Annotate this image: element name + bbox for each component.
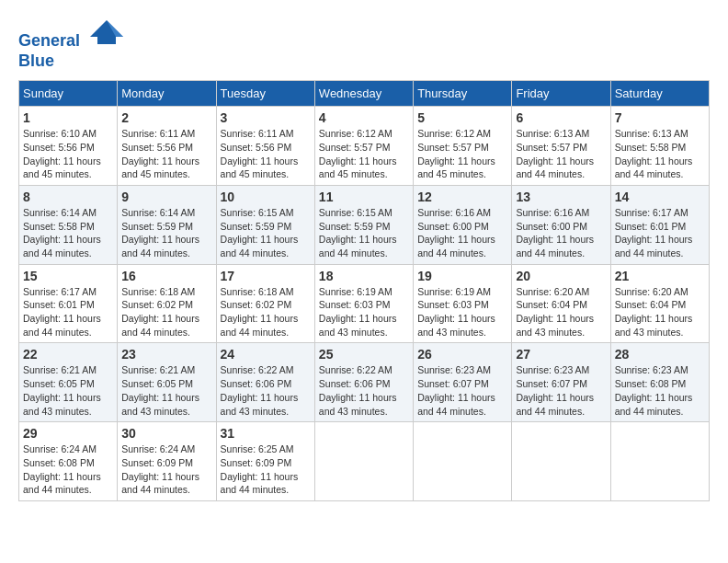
calendar-cell: 5Sunrise: 6:12 AM Sunset: 5:57 PM Daylig… — [414, 107, 512, 186]
day-number: 21 — [615, 269, 705, 283]
calendar-cell: 2Sunrise: 6:11 AM Sunset: 5:56 PM Daylig… — [118, 107, 216, 186]
calendar-cell: 26Sunrise: 6:23 AM Sunset: 6:07 PM Dayli… — [414, 343, 512, 422]
weekday-header-thursday: Thursday — [414, 81, 512, 107]
calendar-cell: 7Sunrise: 6:13 AM Sunset: 5:58 PM Daylig… — [610, 107, 709, 186]
logo-icon — [88, 18, 125, 46]
day-info: Sunrise: 6:14 AM Sunset: 5:58 PM Dayligh… — [23, 206, 113, 260]
day-number: 23 — [121, 347, 211, 362]
day-info: Sunrise: 6:19 AM Sunset: 6:03 PM Dayligh… — [319, 285, 409, 339]
page-header: General Blue — [18, 18, 710, 71]
day-number: 4 — [319, 110, 409, 125]
day-number: 1 — [23, 110, 113, 125]
day-number: 31 — [221, 426, 311, 441]
day-info: Sunrise: 6:25 AM Sunset: 6:09 PM Dayligh… — [221, 442, 311, 497]
calendar-cell: 24Sunrise: 6:22 AM Sunset: 6:06 PM Dayli… — [216, 343, 314, 422]
day-info: Sunrise: 6:11 AM Sunset: 5:56 PM Dayligh… — [121, 127, 211, 181]
day-info: Sunrise: 6:21 AM Sunset: 6:05 PM Dayligh… — [23, 363, 113, 418]
day-number: 26 — [417, 347, 507, 362]
day-info: Sunrise: 6:21 AM Sunset: 6:05 PM Dayligh… — [121, 363, 211, 418]
calendar-cell: 18Sunrise: 6:19 AM Sunset: 6:03 PM Dayli… — [314, 264, 413, 343]
weekday-header-saturday: Saturday — [610, 81, 709, 107]
calendar-cell: 31Sunrise: 6:25 AM Sunset: 6:09 PM Dayli… — [216, 422, 314, 501]
calendar-table: SundayMondayTuesdayWednesdayThursdayFrid… — [18, 80, 710, 501]
day-number: 3 — [221, 110, 311, 125]
calendar-cell: 6Sunrise: 6:13 AM Sunset: 5:57 PM Daylig… — [512, 107, 610, 186]
day-info: Sunrise: 6:10 AM Sunset: 5:56 PM Dayligh… — [23, 127, 113, 181]
day-number: 18 — [319, 269, 409, 283]
calendar-cell: 14Sunrise: 6:17 AM Sunset: 6:01 PM Dayli… — [610, 185, 709, 264]
day-info: Sunrise: 6:22 AM Sunset: 6:06 PM Dayligh… — [319, 363, 409, 418]
calendar-cell: 1Sunrise: 6:10 AM Sunset: 5:56 PM Daylig… — [19, 107, 118, 186]
calendar-week-5: 29Sunrise: 6:24 AM Sunset: 6:08 PM Dayli… — [19, 422, 710, 501]
day-number: 22 — [23, 347, 113, 362]
day-info: Sunrise: 6:19 AM Sunset: 6:03 PM Dayligh… — [417, 285, 507, 339]
day-number: 19 — [417, 269, 507, 283]
day-info: Sunrise: 6:20 AM Sunset: 6:04 PM Dayligh… — [615, 285, 705, 339]
calendar-week-1: 1Sunrise: 6:10 AM Sunset: 5:56 PM Daylig… — [19, 107, 710, 186]
day-number: 2 — [121, 110, 211, 125]
calendar-cell: 27Sunrise: 6:23 AM Sunset: 6:07 PM Dayli… — [512, 343, 610, 422]
weekday-header-wednesday: Wednesday — [314, 81, 413, 107]
calendar-cell: 20Sunrise: 6:20 AM Sunset: 6:04 PM Dayli… — [512, 264, 610, 343]
logo: General Blue — [18, 18, 125, 71]
weekday-header-sunday: Sunday — [19, 81, 118, 107]
day-number: 11 — [319, 190, 409, 204]
day-info: Sunrise: 6:15 AM Sunset: 5:59 PM Dayligh… — [319, 206, 409, 260]
logo-text: General — [18, 18, 125, 52]
day-info: Sunrise: 6:23 AM Sunset: 6:08 PM Dayligh… — [615, 363, 705, 418]
weekday-header-tuesday: Tuesday — [216, 81, 314, 107]
weekday-header-row: SundayMondayTuesdayWednesdayThursdayFrid… — [19, 81, 710, 107]
day-info: Sunrise: 6:17 AM Sunset: 6:01 PM Dayligh… — [615, 206, 705, 260]
day-info: Sunrise: 6:11 AM Sunset: 5:56 PM Dayligh… — [221, 127, 311, 181]
day-info: Sunrise: 6:18 AM Sunset: 6:02 PM Dayligh… — [221, 285, 311, 339]
day-info: Sunrise: 6:12 AM Sunset: 5:57 PM Dayligh… — [417, 127, 507, 181]
day-info: Sunrise: 6:24 AM Sunset: 6:09 PM Dayligh… — [121, 442, 211, 497]
calendar-cell: 29Sunrise: 6:24 AM Sunset: 6:08 PM Dayli… — [19, 422, 118, 501]
calendar-cell: 11Sunrise: 6:15 AM Sunset: 5:59 PM Dayli… — [314, 185, 413, 264]
calendar-cell: 23Sunrise: 6:21 AM Sunset: 6:05 PM Dayli… — [118, 343, 216, 422]
day-number: 20 — [516, 269, 606, 283]
day-info: Sunrise: 6:22 AM Sunset: 6:06 PM Dayligh… — [221, 363, 311, 418]
day-number: 28 — [615, 347, 705, 362]
day-info: Sunrise: 6:13 AM Sunset: 5:58 PM Dayligh… — [615, 127, 705, 181]
day-info: Sunrise: 6:20 AM Sunset: 6:04 PM Dayligh… — [516, 285, 606, 339]
day-info: Sunrise: 6:16 AM Sunset: 6:00 PM Dayligh… — [417, 206, 507, 260]
calendar-cell: 9Sunrise: 6:14 AM Sunset: 5:59 PM Daylig… — [118, 185, 216, 264]
calendar-week-2: 8Sunrise: 6:14 AM Sunset: 5:58 PM Daylig… — [19, 185, 710, 264]
day-info: Sunrise: 6:23 AM Sunset: 6:07 PM Dayligh… — [417, 363, 507, 418]
day-info: Sunrise: 6:17 AM Sunset: 6:01 PM Dayligh… — [23, 285, 113, 339]
day-number: 25 — [319, 347, 409, 362]
day-number: 17 — [221, 269, 311, 283]
calendar-cell: 15Sunrise: 6:17 AM Sunset: 6:01 PM Dayli… — [19, 264, 118, 343]
day-info: Sunrise: 6:12 AM Sunset: 5:57 PM Dayligh… — [319, 127, 409, 181]
day-number: 30 — [121, 426, 211, 441]
day-number: 6 — [516, 110, 606, 125]
calendar-cell: 21Sunrise: 6:20 AM Sunset: 6:04 PM Dayli… — [610, 264, 709, 343]
calendar-cell: 4Sunrise: 6:12 AM Sunset: 5:57 PM Daylig… — [314, 107, 413, 186]
logo-blue-text: Blue — [18, 52, 125, 72]
day-number: 8 — [23, 190, 113, 204]
calendar-cell: 19Sunrise: 6:19 AM Sunset: 6:03 PM Dayli… — [414, 264, 512, 343]
calendar-cell: 10Sunrise: 6:15 AM Sunset: 5:59 PM Dayli… — [216, 185, 314, 264]
day-info: Sunrise: 6:24 AM Sunset: 6:08 PM Dayligh… — [23, 442, 113, 497]
day-number: 24 — [221, 347, 311, 362]
day-number: 13 — [516, 190, 606, 204]
calendar-cell: 3Sunrise: 6:11 AM Sunset: 5:56 PM Daylig… — [216, 107, 314, 186]
day-number: 16 — [121, 269, 211, 283]
day-info: Sunrise: 6:18 AM Sunset: 6:02 PM Dayligh… — [121, 285, 211, 339]
calendar-cell: 30Sunrise: 6:24 AM Sunset: 6:09 PM Dayli… — [118, 422, 216, 501]
calendar-cell: 17Sunrise: 6:18 AM Sunset: 6:02 PM Dayli… — [216, 264, 314, 343]
calendar-cell — [512, 422, 610, 501]
calendar-cell: 16Sunrise: 6:18 AM Sunset: 6:02 PM Dayli… — [118, 264, 216, 343]
day-number: 14 — [615, 190, 705, 204]
day-number: 27 — [516, 347, 606, 362]
day-number: 12 — [417, 190, 507, 204]
calendar-cell: 25Sunrise: 6:22 AM Sunset: 6:06 PM Dayli… — [314, 343, 413, 422]
calendar-cell: 28Sunrise: 6:23 AM Sunset: 6:08 PM Dayli… — [610, 343, 709, 422]
day-info: Sunrise: 6:13 AM Sunset: 5:57 PM Dayligh… — [516, 127, 606, 181]
calendar-week-4: 22Sunrise: 6:21 AM Sunset: 6:05 PM Dayli… — [19, 343, 710, 422]
calendar-cell: 22Sunrise: 6:21 AM Sunset: 6:05 PM Dayli… — [19, 343, 118, 422]
day-number: 5 — [417, 110, 507, 125]
calendar-cell — [414, 422, 512, 501]
weekday-header-friday: Friday — [512, 81, 610, 107]
